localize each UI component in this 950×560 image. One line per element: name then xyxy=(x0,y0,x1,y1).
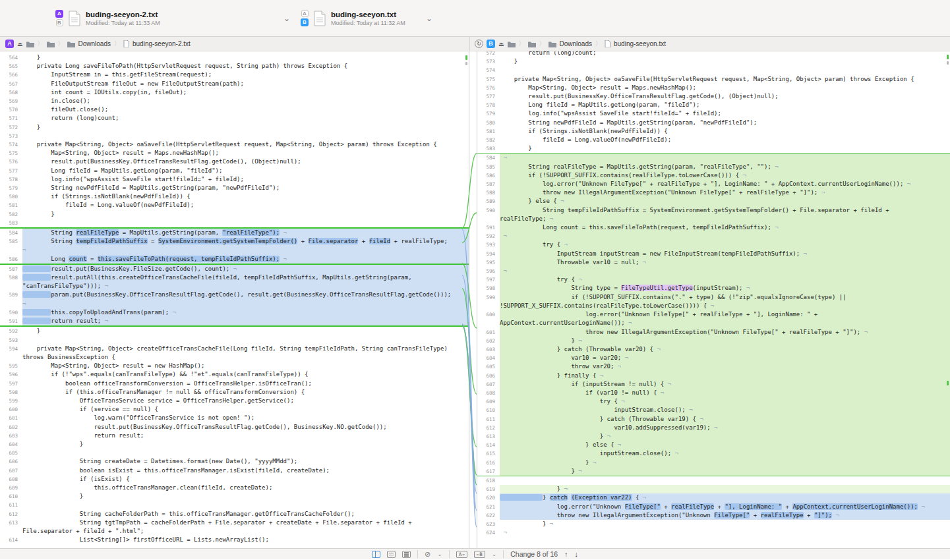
crumb-separator: 〉 xyxy=(595,40,601,48)
line-number: 604 xyxy=(0,440,22,449)
line-number: 614 xyxy=(477,441,500,449)
code-text: return result; ¬ xyxy=(22,317,469,325)
code-row: 586 if (!SUPPORT_SUFFIX.contains(realFil… xyxy=(477,171,950,180)
code-text: try { ¬ xyxy=(500,275,950,284)
code-text: List<String[]> firstOfficeURL = Lists.ne… xyxy=(22,536,469,544)
view-mode-unified-icon[interactable] xyxy=(402,551,411,558)
code-row: 610 } xyxy=(0,492,469,501)
code-row: 596 if (!"wps".equals(canTransFileType) … xyxy=(0,370,469,379)
chevron-down-icon[interactable]: ⌄ xyxy=(283,15,290,22)
code-text: if (var10 != null) { ¬ xyxy=(500,389,950,397)
code-text: } xyxy=(22,327,469,335)
code-row: 601 throw new IllegalArgumentException("… xyxy=(477,328,950,337)
chevron-down-icon[interactable]: ⌄ xyxy=(492,551,497,557)
line-number: 564 xyxy=(0,53,22,62)
line-number: 578 xyxy=(477,101,500,109)
code-text: ¬ xyxy=(500,528,950,537)
code-row: 622 throw new IllegalArgumentException("… xyxy=(477,511,950,520)
code-text: ¬ xyxy=(500,154,950,162)
change-counter: Change 8 of 16 xyxy=(510,550,558,558)
line-number: 621 xyxy=(477,503,500,511)
code-text: String tempFileIdPathSuffix = SystemEnvi… xyxy=(22,237,469,254)
chevron-down-icon[interactable]: ⌄ xyxy=(437,551,442,557)
eol-mark: ¬ xyxy=(657,389,664,396)
crumb-file-a[interactable]: buding-seeyon-2.txt xyxy=(133,40,191,47)
code-row: 576 Map<String, Object> result = Maps.ne… xyxy=(477,84,950,92)
crumb-separator: 〉 xyxy=(58,40,64,48)
folder-icon[interactable] xyxy=(47,41,55,47)
line-number: 578 xyxy=(0,175,22,184)
line-number: 613 xyxy=(477,432,500,441)
folder-icon[interactable] xyxy=(508,41,516,47)
eol-mark: ¬ xyxy=(614,441,621,448)
view-mode-blocks-icon[interactable] xyxy=(387,551,396,558)
folder-icon[interactable] xyxy=(67,41,75,47)
copy-a-to-b-icon[interactable]: A→ xyxy=(456,551,467,558)
code-row: 584 ¬ xyxy=(477,153,950,162)
pane-a-code[interactable]: 564 }565 private Long saveFileToPath(Htt… xyxy=(0,51,469,548)
folder-icon[interactable] xyxy=(26,41,34,47)
eol-mark: ¬ xyxy=(653,346,661,352)
file-a-modified: Modified: Today at 11:33 AM xyxy=(86,20,160,26)
previous-change-arrow-icon[interactable]: ↑ xyxy=(564,550,568,558)
filter-changes-icon[interactable]: ⊘ xyxy=(425,550,430,558)
eol-mark: ¬ xyxy=(589,459,596,466)
eol-mark: ¬ xyxy=(596,372,603,379)
eject-icon[interactable]: ⏏ xyxy=(498,41,504,47)
copy-b-to-a-icon[interactable]: ←B xyxy=(474,551,485,558)
crumb-file-b[interactable]: buding-seeyon.txt xyxy=(614,40,666,47)
code-text: private Map<String, Object> oaSaveFile(H… xyxy=(500,75,950,84)
line-number: 611 xyxy=(477,415,500,424)
code-text: } ¬ xyxy=(500,520,950,528)
code-row: 588 result.putAll(this.createOfficeTrans… xyxy=(0,273,469,291)
badge-a-inactive: A xyxy=(301,10,309,17)
line-number: 603 xyxy=(0,432,22,440)
line-number: 579 xyxy=(0,184,22,192)
sync-scroll-icon[interactable]: ↻ xyxy=(475,40,483,48)
code-row: 606 String createDate = Datetimes.format… xyxy=(0,457,469,466)
folder-icon[interactable] xyxy=(528,41,536,47)
line-number: 575 xyxy=(477,75,500,84)
eol-mark: ¬ xyxy=(817,189,825,196)
crumb-downloads[interactable]: Downloads xyxy=(560,40,592,47)
file-selector-b[interactable]: A B buding-seeyon.txt Modified: Today at… xyxy=(301,5,432,32)
toolbar-separator xyxy=(417,550,418,558)
bottom-toolbar: ⊘ ⌄ A→ ←B ⌄ Change 8 of 16 ↑ ↓ xyxy=(0,548,950,559)
next-change-arrow-icon[interactable]: ↓ xyxy=(575,550,579,558)
code-row: 590 this.copyToUploadAndTrans(param); ¬ xyxy=(0,308,469,317)
line-number: 575 xyxy=(0,149,22,157)
eject-icon[interactable]: ⏏ xyxy=(17,41,23,47)
code-text: result.put(BusinessKey.OfficeTransResult… xyxy=(22,423,469,432)
code-row: 615 inputStream.close(); ¬ xyxy=(477,449,950,458)
line-number: 571 xyxy=(0,114,22,123)
line-number: 604 xyxy=(477,354,500,362)
code-text: var10.addSuppressed(var19); ¬ xyxy=(500,424,950,432)
folder-icon[interactable] xyxy=(549,41,556,47)
line-number: 606 xyxy=(477,372,500,380)
line-number: 593 xyxy=(0,336,22,345)
line-number: 593 xyxy=(477,240,500,249)
code-text: } else { ¬ xyxy=(500,197,950,206)
breadcrumb-b: ↻ B ⏏ 〉 〉 Downloads 〉 buding-seeyon.txt xyxy=(469,37,950,51)
file-selector-a[interactable]: A B buding-seeyon-2.txt Modified: Today … xyxy=(55,5,290,32)
code-row: 597 try { ¬ xyxy=(477,275,950,284)
line-number: 585 xyxy=(0,237,22,254)
toolbar-separator xyxy=(449,550,450,558)
line-number: 570 xyxy=(0,105,22,114)
line-number: 623 xyxy=(477,520,500,528)
chevron-down-icon[interactable]: ⌄ xyxy=(426,15,432,22)
code-text: String newPdfFileId = MapUtils.getString… xyxy=(500,119,950,127)
code-text: } xyxy=(500,144,950,153)
crumb-separator: 〉 xyxy=(38,40,44,48)
eol-mark: ¬ xyxy=(575,276,582,283)
code-row: 566 InputStream in = this.getFileStream(… xyxy=(0,70,469,79)
line-number: 610 xyxy=(0,492,22,501)
code-text: in.close(); xyxy=(22,97,469,105)
code-row: 608 if (var10 != null) { ¬ xyxy=(477,389,950,397)
view-mode-fluid-icon[interactable] xyxy=(372,551,380,558)
crumb-downloads[interactable]: Downloads xyxy=(78,40,111,47)
line-number: 572 xyxy=(477,51,500,57)
line-number: 576 xyxy=(0,157,22,166)
code-text: ¬ xyxy=(500,232,950,240)
pane-b-code[interactable]: 572 return (long)count;573 }574575 priva… xyxy=(477,51,950,548)
